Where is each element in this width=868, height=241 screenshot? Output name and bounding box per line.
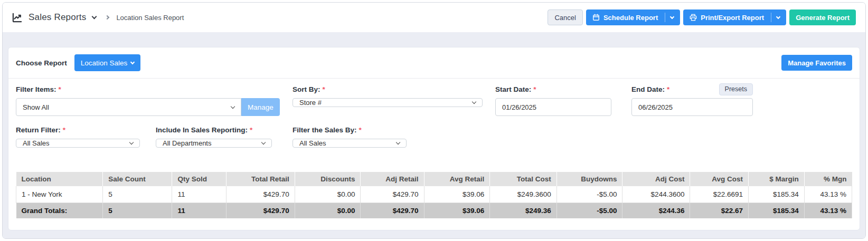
table-cell: $429.70 <box>227 186 295 203</box>
table-cell: 43.13 % <box>804 186 852 203</box>
grand-totals-cell: $0.00 <box>295 203 361 219</box>
column-header-sale-count: Sale Count <box>103 172 172 186</box>
column-header-mgn: % Mgn <box>804 172 852 186</box>
presets-button[interactable]: Presets <box>719 83 753 95</box>
column-header-margin: $ Margin <box>749 172 805 186</box>
table-cell: -$5.00 <box>556 186 622 203</box>
include-in-sales-reporting-value: All Departments <box>163 139 211 147</box>
report-panel: Choose Report Location Sales Manage Favo… <box>8 47 860 230</box>
table-cell: $429.70 <box>361 186 424 203</box>
button-divider <box>771 13 771 22</box>
breadcrumb: Location Sales Report <box>116 14 184 22</box>
report-type-chevron-icon <box>130 60 135 64</box>
choose-report-label: Choose Report <box>16 59 67 67</box>
report-table-container: LocationSale CountQty SoldTotal RetailDi… <box>16 172 852 218</box>
page-title: Sales Reports <box>29 12 86 23</box>
required-marker: * <box>63 126 65 134</box>
column-header-discounts: Discounts <box>295 172 361 186</box>
select-chevron-icon <box>129 140 134 144</box>
table-cell: 1 - New York <box>16 186 103 203</box>
end-date-label: End Date:* <box>631 85 669 93</box>
sort-by-value: Store # <box>299 99 322 107</box>
sort-by-label: Sort By:* <box>293 85 325 93</box>
column-header-adj-cost: Adj Cost <box>622 172 690 186</box>
filter-items-value: Show All <box>23 103 49 111</box>
grand-totals-cell: 11 <box>172 203 227 219</box>
select-chevron-icon <box>231 104 235 108</box>
select-chevron-icon <box>261 140 266 144</box>
schedule-dropdown-chevron-icon[interactable] <box>670 14 674 18</box>
grand-totals-cell: -$5.00 <box>556 203 622 219</box>
include-in-sales-reporting-label: Include In Sales Reporting:* <box>156 126 252 134</box>
print-dropdown-chevron-icon[interactable] <box>776 14 780 18</box>
column-header-avg-retail: Avg Retail <box>424 172 490 186</box>
return-filter-label: Return Filter:* <box>16 126 65 134</box>
report-type-value: Location Sales <box>81 59 128 67</box>
filters-section: Filter Items:* Show All Manage Sort By:* <box>8 79 860 148</box>
grand-totals-cell: 5 <box>103 203 172 219</box>
print-export-report-button[interactable]: Print/Export Report <box>683 9 786 25</box>
app-window: Sales Reports Location Sales Report Canc… <box>2 2 866 239</box>
return-filter-select[interactable]: All Sales <box>16 139 140 148</box>
select-chevron-icon <box>472 100 476 104</box>
sort-by-select[interactable]: Store # <box>293 98 483 107</box>
table-cell: 5 <box>103 186 172 203</box>
top-header: Sales Reports Location Sales Report Canc… <box>3 3 865 32</box>
filter-the-sales-by-value: All Sales <box>299 139 326 147</box>
table-header-row: LocationSale CountQty SoldTotal RetailDi… <box>16 172 852 186</box>
table-cell: $22.6691 <box>690 186 749 203</box>
required-marker: * <box>667 85 669 93</box>
column-header-location: Location <box>16 172 103 186</box>
print-export-label: Print/Export Report <box>701 14 764 22</box>
table-cell: 11 <box>172 186 227 203</box>
title-dropdown-chevron-icon[interactable] <box>92 14 97 20</box>
grand-totals-cell: $429.70 <box>227 203 295 219</box>
grand-totals-cell: $249.36 <box>490 203 556 219</box>
grand-totals-cell: Grand Totals: <box>16 203 103 219</box>
chart-line-icon <box>12 13 22 23</box>
filter-items-label: Filter Items:* <box>16 85 61 93</box>
manage-filter-items-button[interactable]: Manage <box>241 98 280 116</box>
filter-items-select[interactable]: Show All <box>16 98 241 116</box>
filter-the-sales-by-label: Filter the Sales By:* <box>293 126 362 134</box>
end-date-input[interactable] <box>631 98 753 116</box>
grand-totals-cell: $185.34 <box>749 203 805 219</box>
required-marker: * <box>250 126 252 134</box>
column-header-total-cost: Total Cost <box>490 172 556 186</box>
table-cell: $249.3600 <box>490 186 556 203</box>
column-header-adj-retail: Adj Retail <box>361 172 424 186</box>
printer-icon <box>690 14 697 21</box>
location-sales-table: LocationSale CountQty SoldTotal RetailDi… <box>16 172 852 218</box>
button-divider <box>665 13 665 22</box>
table-cell: $39.06 <box>424 186 490 203</box>
schedule-report-button[interactable]: Schedule Report <box>586 9 680 25</box>
required-marker: * <box>323 85 325 93</box>
manage-favorites-button[interactable]: Manage Favorites <box>781 55 852 71</box>
table-row: 1 - New York511$429.70$0.00$429.70$39.06… <box>16 186 852 203</box>
cancel-button[interactable]: Cancel <box>548 9 582 25</box>
schedule-report-label: Schedule Report <box>603 14 658 22</box>
table-cell: $244.3600 <box>622 186 690 203</box>
start-date-label: Start Date:* <box>495 85 536 93</box>
generate-report-button[interactable]: Generate Report <box>789 9 856 25</box>
start-date-input[interactable] <box>495 98 611 116</box>
grand-totals-cell: 43.13 % <box>804 203 852 219</box>
page-body: Choose Report Location Sales Manage Favo… <box>3 32 865 239</box>
table-cell: $0.00 <box>295 186 361 203</box>
required-marker: * <box>59 85 61 93</box>
required-marker: * <box>359 126 362 134</box>
column-header-qty-sold: Qty Sold <box>172 172 227 186</box>
grand-totals-cell: $429.70 <box>361 203 424 219</box>
return-filter-value: All Sales <box>23 139 50 147</box>
column-header-total-retail: Total Retail <box>227 172 295 186</box>
include-in-sales-reporting-select[interactable]: All Departments <box>156 139 272 148</box>
select-chevron-icon <box>396 140 400 144</box>
column-header-buydowns: Buydowns <box>556 172 622 186</box>
grand-totals-cell: $244.36 <box>622 203 690 219</box>
breadcrumb-chevron-icon <box>105 15 109 20</box>
grand-totals-row: Grand Totals:511$429.70$0.00$429.70$39.0… <box>16 203 852 219</box>
calendar-icon <box>592 14 600 21</box>
filter-the-sales-by-select[interactable]: All Sales <box>293 139 407 148</box>
table-cell: $185.34 <box>749 186 805 203</box>
report-type-dropdown[interactable]: Location Sales <box>74 54 141 71</box>
